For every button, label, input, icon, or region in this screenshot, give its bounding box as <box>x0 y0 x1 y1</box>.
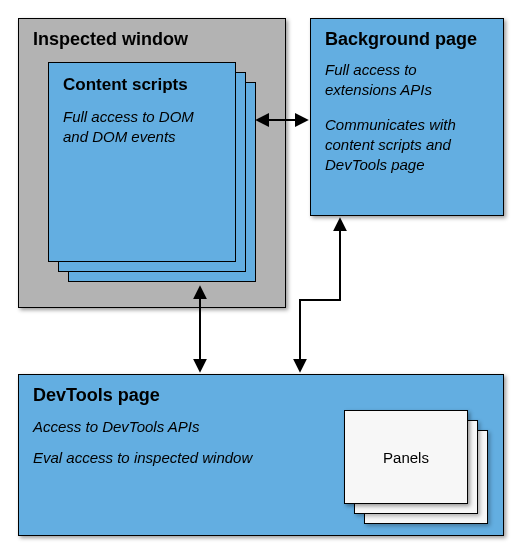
devtools-page-title: DevTools page <box>33 385 489 406</box>
architecture-diagram: Inspected window Content scripts Full ac… <box>0 0 522 556</box>
content-scripts-box: Content scripts Full access to DOM and D… <box>48 62 236 262</box>
inspected-window-title: Inspected window <box>33 29 271 50</box>
content-scripts-body: Full access to DOM and DOM events <box>63 107 221 148</box>
panels-box: Panels <box>344 410 468 504</box>
content-scripts-title: Content scripts <box>63 75 221 95</box>
background-page-title: Background page <box>325 29 489 50</box>
background-page-box: Background page Full access to extension… <box>310 18 504 216</box>
panels-label: Panels <box>383 449 429 466</box>
background-page-body1: Full access to extensions APIs <box>325 60 489 101</box>
background-page-body2: Communicates with content scripts and De… <box>325 115 489 176</box>
arrow-background-devtools <box>300 220 340 370</box>
